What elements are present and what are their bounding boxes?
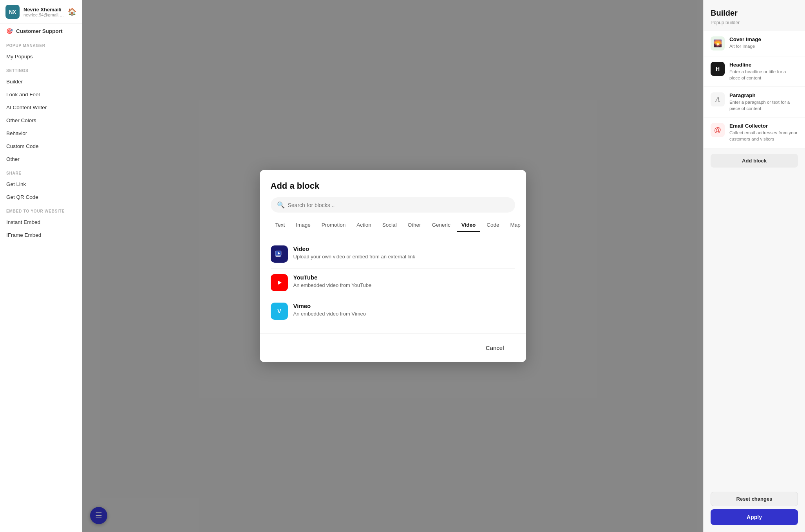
modal-title: Add a block [271, 181, 515, 191]
right-panel: Builder Popup builder 🌄 Cover Image Alt … [703, 0, 805, 532]
user-info: Nevrie Xhemaili nevriee.94@gmail.c... [24, 7, 64, 17]
sidebar-item-ai-content-writer[interactable]: AI Content Writer [0, 101, 82, 114]
sidebar-item-behavior[interactable]: Behavior [0, 127, 82, 140]
paragraph-info: Paragraph Enter a paragraph or text for … [729, 92, 798, 112]
cover-image-desc: Alt for Image [729, 43, 798, 49]
sidebar-item-custom-code[interactable]: Custom Code [0, 140, 82, 153]
add-block-button[interactable]: Add block [711, 154, 798, 168]
email-collector-icon: @ [711, 123, 725, 137]
user-email: nevriee.94@gmail.c... [24, 13, 64, 17]
vimeo-block-icon: V [271, 303, 288, 320]
look-and-feel-label: Look and Feel [6, 92, 40, 97]
search-input[interactable] [288, 202, 509, 208]
reset-changes-button[interactable]: Reset changes [711, 492, 798, 506]
other-label: Other [6, 156, 20, 162]
builder-label: Builder [6, 79, 23, 85]
block-info-vimeo: Vimeo An embedded video from Vimeo [293, 303, 515, 317]
svg-text:V: V [277, 308, 281, 314]
builder-block-paragraph[interactable]: A Paragraph Enter a paragraph or text fo… [704, 87, 805, 117]
block-item-video[interactable]: Video Upload your own video or embed fro… [271, 240, 515, 269]
tab-map[interactable]: Map [505, 219, 525, 232]
modal-overlay: Add a block 🔍 Text Image Promotion Actio… [82, 0, 703, 532]
main-content: Join our mailing list. ✕ Built with ⚡ Po… [82, 0, 703, 532]
tab-promotion[interactable]: Promotion [317, 219, 351, 232]
tab-code[interactable]: Code [482, 219, 504, 232]
block-info-youtube: YouTube An embedded video from YouTube [293, 274, 515, 289]
apply-button[interactable]: Apply [711, 509, 798, 525]
modal-header: Add a block [260, 170, 526, 197]
iframe-embed-label: IFrame Embed [6, 232, 41, 238]
builder-block-headline[interactable]: H Headline Enter a headline or title for… [704, 56, 805, 87]
sidebar-item-instant-embed[interactable]: Instant Embed [0, 216, 82, 229]
home-icon[interactable]: 🏠 [68, 7, 76, 16]
sidebar-item-my-popups[interactable]: My Popups [0, 50, 82, 63]
sidebar: NX Nevrie Xhemaili nevriee.94@gmail.c...… [0, 0, 82, 532]
ai-content-writer-label: AI Content Writer [6, 105, 47, 110]
cover-image-glyph: 🌄 [713, 39, 722, 48]
modal-footer: Cancel [260, 333, 526, 362]
tab-generic[interactable]: Generic [427, 219, 455, 232]
sidebar-header: NX Nevrie Xhemaili nevriee.94@gmail.c...… [0, 0, 82, 24]
modal-body: Video Upload your own video or embed fro… [260, 232, 526, 333]
get-link-label: Get Link [6, 181, 26, 187]
block-name-video: Video [293, 245, 515, 252]
block-desc-youtube: An embedded video from YouTube [293, 282, 515, 289]
section-label-popup-manager: POPUP MANAGER [0, 38, 82, 50]
search-icon: 🔍 [277, 201, 285, 209]
block-item-youtube[interactable]: YouTube An embedded video from YouTube [271, 269, 515, 297]
panel-spacer [704, 173, 805, 492]
builder-block-email-collector[interactable]: @ Email Collector Collect email addresse… [704, 117, 805, 148]
sidebar-item-other[interactable]: Other [0, 153, 82, 166]
sidebar-item-get-link[interactable]: Get Link [0, 178, 82, 191]
right-panel-subtitle: Popup builder [704, 19, 805, 31]
paragraph-name: Paragraph [729, 92, 798, 98]
other-colors-label: Other Colors [6, 117, 36, 123]
tab-text[interactable]: Text [271, 219, 290, 232]
section-label-embed: EMBED TO YOUR WEBSITE [0, 204, 82, 216]
tab-image[interactable]: Image [291, 219, 315, 232]
cover-image-name: Cover Image [729, 36, 798, 42]
custom-code-label: Custom Code [6, 143, 39, 149]
behavior-label: Behavior [6, 130, 27, 136]
youtube-block-icon [271, 274, 288, 291]
customer-support-label: Customer Support [16, 28, 63, 34]
sidebar-item-get-qr-code[interactable]: Get QR Code [0, 191, 82, 204]
cover-image-info: Cover Image Alt for Image [729, 36, 798, 49]
email-collector-name: Email Collector [729, 123, 798, 129]
block-desc-vimeo: An embedded video from Vimeo [293, 310, 515, 317]
block-name-youtube: YouTube [293, 274, 515, 281]
modal-search-bar[interactable]: 🔍 [271, 197, 515, 213]
block-info-video: Video Upload your own video or embed fro… [293, 245, 515, 260]
avatar: NX [5, 5, 20, 19]
paragraph-desc: Enter a paragraph or text for a piece of… [729, 99, 798, 112]
tab-video[interactable]: Video [457, 219, 481, 232]
builder-block-cover-image[interactable]: 🌄 Cover Image Alt for Image [704, 31, 805, 56]
section-label-settings: SETTINGS [0, 63, 82, 75]
headline-icon: H [711, 62, 725, 76]
headline-info: Headline Enter a headline or title for a… [729, 62, 798, 81]
tab-action[interactable]: Action [352, 219, 376, 232]
cover-image-icon: 🌄 [711, 36, 725, 50]
headline-name: Headline [729, 62, 798, 68]
sidebar-item-builder[interactable]: Builder [0, 75, 82, 88]
sidebar-item-look-and-feel[interactable]: Look and Feel [0, 88, 82, 101]
sidebar-item-iframe-embed[interactable]: IFrame Embed [0, 229, 82, 242]
paragraph-icon: A [711, 92, 725, 106]
tab-social[interactable]: Social [378, 219, 402, 232]
customer-support-icon: 🎯 [6, 28, 13, 34]
video-block-icon [271, 245, 288, 263]
block-desc-video: Upload your own video or embed from an e… [293, 253, 515, 260]
tab-other[interactable]: Other [403, 219, 426, 232]
email-collector-info: Email Collector Collect email addresses … [729, 123, 798, 142]
sidebar-item-other-colors[interactable]: Other Colors [0, 114, 82, 127]
block-name-vimeo: Vimeo [293, 303, 515, 309]
my-popups-label: My Popups [6, 54, 33, 60]
email-collector-desc: Collect email addresses from your custom… [729, 130, 798, 142]
block-item-vimeo[interactable]: V Vimeo An embedded video from Vimeo [271, 297, 515, 325]
headline-desc: Enter a headline or title for a piece of… [729, 69, 798, 81]
user-name: Nevrie Xhemaili [24, 7, 64, 13]
right-panel-title: Builder [704, 0, 805, 19]
cancel-button[interactable]: Cancel [475, 341, 515, 355]
sidebar-item-customer-support[interactable]: 🎯 Customer Support [0, 24, 82, 38]
add-block-modal: Add a block 🔍 Text Image Promotion Actio… [260, 170, 526, 362]
